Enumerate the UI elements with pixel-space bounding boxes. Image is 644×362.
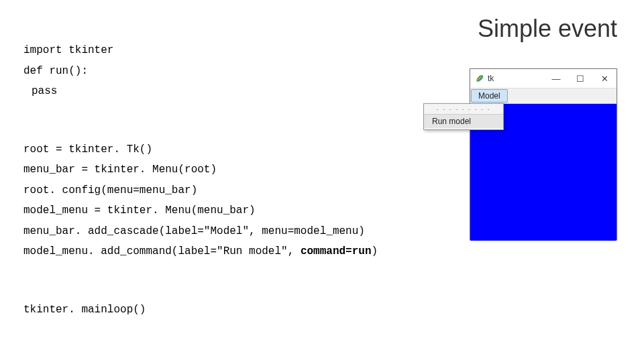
close-button[interactable]: ✕ — [592, 69, 616, 88]
code-line: model_menu = tkinter. Menu(menu_bar) — [23, 204, 256, 217]
code-line: def run(): — [23, 65, 88, 77]
tk-dropdown: - - - - - - - - - Run model — [423, 103, 504, 130]
tk-window-title: tk — [488, 74, 494, 83]
minimize-button[interactable]: — — [544, 69, 568, 88]
code-line: root. config(menu=menu_bar) — [23, 184, 197, 196]
menu-run-model[interactable]: Run model — [424, 115, 503, 128]
code-line: tkinter. mainloop() — [23, 304, 146, 316]
code-line: menu_bar. add_cascade(label="Model", men… — [23, 225, 365, 237]
tk-titlebar: tk — ☐ ✕ — [470, 69, 616, 88]
code-line: import tkinter — [23, 44, 113, 56]
menu-model[interactable]: Model — [471, 89, 508, 103]
code-line: root = tkinter. Tk() — [23, 143, 152, 156]
tearoff-handle[interactable]: - - - - - - - - - — [424, 105, 503, 115]
tk-window: tk — ☐ ✕ Model - - - - - - - - - Run mod… — [470, 68, 617, 240]
tk-menubar: Model — [470, 88, 616, 104]
maximize-button[interactable]: ☐ — [568, 69, 592, 88]
code-line: pass — [32, 85, 57, 97]
feather-icon — [474, 74, 484, 83]
code-line: menu_bar = tkinter. Menu(root) — [23, 164, 217, 176]
code-block: import tkinter def run(): pass root = tk… — [23, 20, 378, 340]
slide-title: Simple event — [478, 15, 617, 43]
code-line: model_menu. add_command(label="Run model… — [23, 245, 378, 257]
